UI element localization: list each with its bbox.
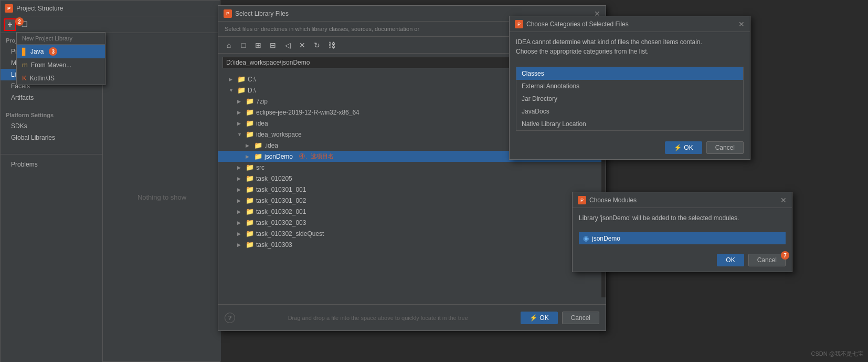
folder-icon: 📁	[246, 196, 254, 204]
link-icon[interactable]: ⛓	[325, 39, 338, 51]
folder-icon: 📁	[254, 141, 262, 149]
collapse-all-icon[interactable]: ⊟	[267, 39, 279, 51]
task-010301-001-label: task_010301_001	[256, 186, 306, 193]
nothing-to-show-label: Nothing to show	[137, 193, 186, 201]
folder-icon: 📁	[246, 163, 254, 171]
cancel-badge: 7	[781, 251, 789, 260]
sidebar-item-problems[interactable]: Problems	[1, 159, 102, 170]
tree-task-010302-001[interactable]: ▶ 📁 task_010302_001	[218, 206, 606, 217]
dropdown-item-kotlinjs[interactable]: K Kotlin/JS	[17, 71, 105, 85]
arrow-icon: ▼	[229, 88, 235, 93]
category-external-annotations[interactable]: External Annotations	[516, 80, 743, 92]
arrow-icon: ▶	[237, 110, 244, 115]
title-bar: P Project Structure	[1, 1, 220, 16]
folder-icon: 📁	[246, 230, 254, 237]
tree-task-010301-001[interactable]: ▶ 📁 task_010301_001	[218, 184, 606, 195]
folder-icon: 📁	[246, 119, 254, 127]
dropdown-item-maven[interactable]: m From Maven...	[17, 58, 105, 71]
arrow-icon: ▶	[246, 154, 252, 159]
arrow-icon: ▶	[229, 77, 235, 82]
add-button[interactable]: +	[4, 18, 16, 31]
modules-desc: Library 'jsonDemo' will be added to the …	[573, 208, 792, 228]
maven-label: From Maven...	[31, 61, 71, 69]
folder-icon: 📁	[237, 75, 246, 83]
help-button[interactable]: ?	[225, 313, 235, 323]
folder-icon: 📁	[254, 152, 262, 160]
tree-task-010303[interactable]: ▶ 📁 task_010303	[218, 239, 606, 250]
tree-task-010205[interactable]: ▶ 📁 task_010205	[218, 173, 606, 184]
modules-app-icon: P	[578, 196, 586, 204]
categories-close-icon[interactable]: ✕	[738, 20, 745, 28]
categories-desc-line1: IDEA cannot determine what kind of files…	[516, 37, 744, 47]
categories-title: Choose Categories of Selected Files	[526, 20, 629, 28]
platform-settings-label: Platform Settings	[1, 108, 102, 120]
delete-icon[interactable]: ✕	[296, 39, 309, 51]
dot-idea-label: .idea	[264, 142, 278, 149]
sidebar-item-sdks[interactable]: SDKs	[1, 120, 102, 132]
arrow-icon: ▶	[246, 143, 252, 148]
modules-cancel-button[interactable]: Cancel 7	[748, 254, 786, 266]
d-drive-label: D:\	[248, 87, 256, 94]
modules-title-bar: P Choose Modules ✕	[573, 192, 792, 208]
folder-icon: 📁	[246, 219, 254, 226]
folder-icon: 📁	[246, 97, 254, 105]
modules-ok-button[interactable]: OK	[717, 254, 744, 266]
select-library-ok-button[interactable]: ⚡ OK	[521, 312, 557, 324]
folder-icon: 📁	[246, 130, 254, 138]
modules-close-icon[interactable]: ✕	[780, 196, 787, 204]
task-010302-003-label: task_010302_003	[256, 219, 306, 226]
idea-workspace-label: idea_workspace	[256, 131, 302, 138]
arrow-icon: ▶	[237, 220, 244, 225]
drag-drop-hint: Drag and drop a file into the space abov…	[288, 315, 468, 321]
arrow-icon: ▶	[237, 198, 244, 203]
dialog-buttons: ⚡ OK Cancel	[521, 312, 599, 324]
jsonDemo-label: jsonDemo	[264, 153, 293, 160]
task-010302-001-label: task_010302_001	[256, 208, 306, 215]
select-library-footer: ? Drag and drop a file into the space ab…	[218, 304, 606, 330]
window-title: Project Structure	[16, 5, 63, 12]
new-folder-icon[interactable]: □	[237, 39, 250, 51]
category-jar-directory[interactable]: Jar Directory	[516, 92, 743, 105]
categories-app-icon: P	[515, 20, 523, 28]
dropdown-header: New Project Library	[17, 33, 105, 45]
category-classes[interactable]: Classes	[516, 67, 743, 80]
dropdown-item-java[interactable]: ▋ Java 3	[17, 45, 105, 58]
dialog-app-icon: P	[224, 9, 232, 18]
task-010205-label: task_010205	[256, 175, 292, 182]
tree-src[interactable]: ▶ 📁 src	[218, 162, 606, 173]
arrow-icon: ▶	[237, 165, 244, 170]
task-010302-sideQuest-label: task_010302_sideQuest	[256, 230, 324, 237]
maven-icon: m	[22, 61, 28, 69]
select-library-title: Select Library Files	[235, 10, 289, 17]
tree-task-010302-sideQuest[interactable]: ▶ 📁 task_010302_sideQuest	[218, 228, 606, 239]
category-native-library[interactable]: Native Library Location	[516, 118, 743, 130]
select-library-cancel-button[interactable]: Cancel	[562, 312, 599, 324]
categories-title-bar: P Choose Categories of Selected Files ✕	[510, 16, 750, 32]
app-icon: P	[5, 4, 13, 13]
kotlinjs-label: Kotlin/JS	[30, 75, 55, 82]
hide-icon[interactable]: ◁	[281, 39, 294, 51]
arrow-icon: ▼	[237, 132, 244, 137]
categories-list: Classes External Annotations Jar Directo…	[516, 67, 744, 131]
tree-task-010302-003[interactable]: ▶ 📁 task_010302_003	[218, 217, 606, 228]
main-window: P Project Structure + 2 ❐ New Project Li…	[0, 0, 220, 362]
kotlin-icon: K	[22, 74, 27, 82]
categories-desc: IDEA cannot determine what kind of files…	[510, 32, 750, 61]
sidebar-item-global-libraries[interactable]: Global Libraries	[1, 132, 102, 143]
home-icon[interactable]: ⌂	[223, 39, 235, 51]
task-010301-002-label: task_010301_002	[256, 197, 306, 204]
category-javadocs[interactable]: JavaDocs	[516, 105, 743, 118]
7zip-label: 7zip	[256, 98, 268, 105]
categories-ok-button[interactable]: ⚡ OK	[665, 141, 702, 154]
categories-cancel-button[interactable]: Cancel	[706, 141, 744, 154]
sidebar-item-artifacts[interactable]: Artifacts	[1, 92, 102, 104]
arrow-icon: ▶	[237, 242, 244, 247]
folder-icon: 📁	[246, 185, 254, 193]
expand-all-icon[interactable]: ⊞	[252, 39, 264, 51]
arrow-icon: ▶	[237, 99, 244, 104]
arrow-icon: ▶	[237, 231, 244, 236]
tree-task-010301-002[interactable]: ▶ 📁 task_010301_002	[218, 195, 606, 206]
java-icon: ▋	[22, 48, 27, 56]
refresh-icon[interactable]: ↻	[311, 39, 323, 51]
module-jsonDemo[interactable]: ◉ jsonDemo	[579, 232, 786, 244]
